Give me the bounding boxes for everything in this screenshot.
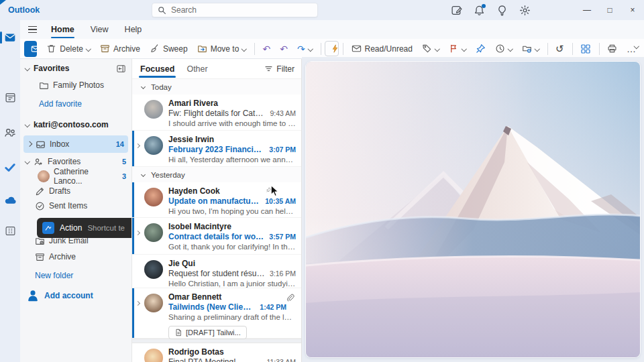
folder-archive[interactable]: Archive <box>20 249 131 264</box>
new-mail-button[interactable]: New Mail <box>24 41 37 57</box>
message-row[interactable]: Jessie Irwin February 2023 Financial Res… <box>132 131 301 167</box>
tips-icon[interactable] <box>495 3 508 17</box>
apps-grid-button[interactable] <box>576 41 595 57</box>
preview: Hi you two, I'm hoping you can help me <box>168 206 296 217</box>
flag-button[interactable] <box>445 41 470 56</box>
pin-icon <box>476 44 486 54</box>
account-header[interactable]: katri@contoso.com <box>20 118 131 131</box>
search-icon <box>158 6 166 15</box>
reading-pane <box>302 57 644 362</box>
timestamp: 11:33 AM <box>266 357 296 362</box>
my-day-icon[interactable] <box>449 3 463 17</box>
avatar <box>144 100 163 119</box>
group-header-yesterday[interactable]: Yesterday <box>132 167 301 182</box>
people-star-icon <box>34 157 44 167</box>
tab-focused[interactable]: Focused <box>139 60 176 78</box>
app-rail <box>0 20 20 362</box>
folder-sent-items[interactable]: Sent Items <box>20 198 131 213</box>
move-to-button[interactable]: Move to <box>193 41 251 56</box>
read-unread-button[interactable]: Read/Unread <box>347 41 417 56</box>
sent-check-icon <box>35 201 45 211</box>
message-row[interactable]: Amari Rivera Fw: Flight details for Cath… <box>132 95 301 131</box>
preview: Got it, thank you for clarifying! In tha… <box>168 242 296 252</box>
tab-home[interactable]: Home <box>43 21 83 38</box>
message-row[interactable]: Hayden Cook Update on manufacturing plan… <box>132 182 301 218</box>
collapse-pane-icon[interactable] <box>116 64 126 74</box>
avatar <box>144 188 163 206</box>
printer-icon <box>607 44 617 54</box>
sender-name: Isobel Macintyre <box>168 222 296 232</box>
new-folder-link[interactable]: New folder <box>20 268 131 283</box>
add-account-button[interactable]: Add account <box>20 287 131 304</box>
rail-todo-icon[interactable] <box>0 160 20 176</box>
folder-family-photos[interactable]: Family Photos <box>20 78 131 93</box>
folder-catherine[interactable]: Catherine Lanco... 3 <box>20 169 131 184</box>
quick-steps-button[interactable]: Quick steps <box>325 41 339 56</box>
notifications-icon[interactable] <box>472 3 486 17</box>
close-button[interactable]: × <box>621 0 644 20</box>
search-bar[interactable] <box>152 3 318 17</box>
timestamp: 3:07 PM <box>269 145 296 155</box>
subject: Tailwinds (New Client) Contr... (6) <box>168 302 256 312</box>
settings-icon[interactable] <box>518 3 531 17</box>
rail-more-apps-icon[interactable] <box>0 223 20 239</box>
sender-name: Rodrigo Botas <box>168 347 296 357</box>
trash-icon <box>46 44 56 54</box>
expand-chevron-icon[interactable] <box>136 302 140 306</box>
ribbon-collapse-icon[interactable] <box>635 44 639 48</box>
message-row[interactable]: Jie Qui Request for student résumé revie… <box>132 255 301 288</box>
mail-icon <box>31 44 37 54</box>
add-favorite-link[interactable]: Add favorite <box>20 97 131 111</box>
tag-button[interactable] <box>418 41 443 56</box>
expand-chevron-icon[interactable] <box>28 142 32 146</box>
favorites-header[interactable]: Favorites <box>20 62 131 75</box>
preview: I should arrive with enough time to atte… <box>168 119 296 129</box>
rail-calendar-icon[interactable] <box>0 89 20 105</box>
rail-people-icon[interactable] <box>0 125 20 141</box>
avatar <box>144 260 163 279</box>
hamburger-menu-icon[interactable] <box>20 26 43 33</box>
photo-attachment-preview[interactable] <box>306 62 640 357</box>
collapse-chevron-icon <box>25 123 30 127</box>
folder-drafts[interactable]: Drafts <box>20 184 131 198</box>
tab-help[interactable]: Help <box>117 21 150 38</box>
message-list: Focused Other Filter Today Amari Rivera … <box>131 59 302 362</box>
pin-button[interactable] <box>472 41 490 56</box>
expand-chevron-icon[interactable] <box>136 144 140 148</box>
sweep-button[interactable]: Sweep <box>146 41 192 56</box>
minimize-button[interactable]: — <box>576 0 598 20</box>
outlook-window: Outlook — □ × <box>0 0 644 362</box>
rail-selection-indicator <box>0 32 2 44</box>
folder-inbox[interactable]: Inbox 14 <box>23 135 128 153</box>
message-row[interactable]: Rodrigo Botas Final PTA Meeting!11:33 AM <box>132 343 301 362</box>
tooltip-shortcut: Shortcut te <box>87 224 125 232</box>
more-options-icon[interactable]: … <box>623 42 640 56</box>
group-header-today[interactable]: Today <box>132 79 301 95</box>
rail-onedrive-icon[interactable] <box>0 192 20 208</box>
search-input[interactable] <box>171 5 312 15</box>
paperclip-icon <box>286 294 294 302</box>
tab-other[interactable]: Other <box>185 60 209 78</box>
tab-view[interactable]: View <box>83 21 117 38</box>
undo-dark-icon[interactable]: ↺ <box>551 41 568 56</box>
unread-indicator <box>132 218 134 254</box>
rules-button[interactable] <box>518 41 543 56</box>
attachment-chip[interactable]: [DRAFT] Tailwi... <box>168 326 247 339</box>
print-button[interactable] <box>603 41 621 56</box>
clock-icon <box>495 44 505 54</box>
snooze-button[interactable] <box>491 41 517 56</box>
delete-button[interactable]: Delete <box>42 41 95 56</box>
filter-button[interactable]: Filter <box>264 64 294 74</box>
maximize-button[interactable]: □ <box>598 0 621 20</box>
message-row[interactable]: Omar Bennett Tailwinds (New Client) Cont… <box>132 288 301 339</box>
archive-button[interactable]: Archive <box>96 41 144 56</box>
expand-chevron-icon[interactable] <box>136 231 140 235</box>
rail-mail-icon[interactable] <box>0 29 20 46</box>
redo-button[interactable]: ↷ <box>293 42 317 56</box>
undo-icon[interactable]: ↶ <box>259 42 275 56</box>
unread-count: 14 <box>116 140 124 148</box>
mountain-photo <box>306 62 640 357</box>
pencil-icon <box>35 186 45 196</box>
message-row[interactable]: Isobel Macintyre Contract details for wo… <box>132 218 301 255</box>
undo-all-icon[interactable]: ↶ <box>276 42 292 56</box>
